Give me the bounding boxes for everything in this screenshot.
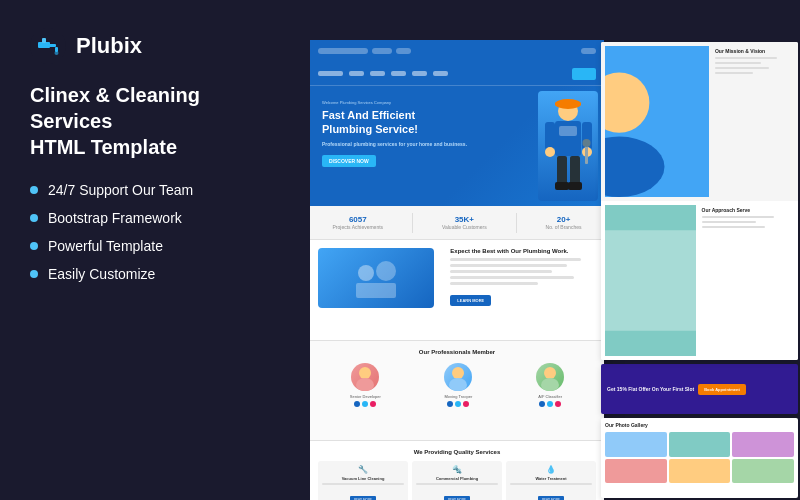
left-panel: Plubix Clinex & Cleaning Services HTML T…	[0, 0, 310, 500]
svg-rect-20	[568, 182, 582, 190]
content-right: Expect the Best with Our Plumbing Work. …	[442, 240, 604, 340]
info-line2	[715, 62, 761, 64]
service-btn-2[interactable]: READ MORE	[444, 496, 470, 500]
preview-topbar	[310, 40, 604, 62]
logo-title: Plubix	[76, 33, 142, 59]
svg-rect-11	[545, 122, 555, 150]
social-icon-8[interactable]	[547, 401, 553, 407]
team-member-1: Senior Developer	[350, 363, 381, 407]
services-grid: 🔧 Vacuum Line Cleaning READ MORE 🔩 Comme…	[318, 461, 596, 500]
approach-img	[605, 205, 695, 356]
svg-rect-4	[42, 38, 46, 43]
learn-more-btn[interactable]: LEARN MORE	[450, 295, 491, 306]
info-line4	[715, 72, 754, 74]
svg-rect-2	[48, 44, 56, 47]
hero-plumber-image	[538, 91, 598, 201]
svg-rect-17	[557, 156, 567, 186]
feature-item-3: Powerful Template	[30, 238, 280, 254]
promo-banner: Get 15% Flat Offer On Your First Slot Bo…	[601, 364, 798, 414]
promo-button[interactable]: Book Appointment	[698, 384, 746, 395]
text-line5	[450, 282, 537, 285]
avatar-1	[351, 363, 379, 391]
nav-cta-btn	[572, 68, 596, 80]
service-text-3	[510, 483, 592, 485]
social-icon-5[interactable]	[455, 401, 461, 407]
svg-point-5	[55, 51, 59, 55]
preview-navbar	[310, 62, 604, 86]
feature-item-4: Easily Customize	[30, 266, 280, 282]
service-card-3: 💧 Water Treatment READ MORE	[506, 461, 596, 500]
svg-point-28	[544, 367, 556, 379]
stat-divider2	[516, 213, 517, 233]
social-icon-1[interactable]	[354, 401, 360, 407]
mission-card-bottom: Our Approach Serve	[601, 201, 798, 360]
bullet-3	[30, 242, 38, 250]
preview-team-section: Our Professionals Member Senior Develope…	[310, 340, 604, 440]
social-icon-4[interactable]	[447, 401, 453, 407]
gallery-item-1	[605, 432, 667, 457]
svg-point-25	[356, 378, 374, 391]
bullet-1	[30, 186, 38, 194]
preview-content-section: Expect the Best with Our Plumbing Work. …	[310, 240, 604, 340]
svg-rect-34	[605, 230, 695, 331]
preview-services-section: We Providing Quality Services 🔧 Vacuum L…	[310, 440, 604, 500]
text-line4	[450, 276, 574, 279]
svg-rect-19	[555, 182, 569, 190]
bullet-2	[30, 214, 38, 222]
hero-title: Fast And Efficient Plumbing Service! Pro…	[322, 108, 471, 147]
svg-point-26	[452, 367, 464, 379]
nav-link4	[412, 71, 427, 76]
nav-link2	[370, 71, 385, 76]
preview-hero-section: Welcome Plumbing Services Company Fast A…	[310, 86, 604, 206]
approach-line2	[702, 221, 756, 223]
svg-rect-21	[356, 283, 396, 298]
gallery-item-5	[669, 459, 731, 484]
content-left	[310, 240, 442, 340]
gallery-item-2	[669, 432, 731, 457]
topbar-btn	[581, 48, 596, 54]
svg-rect-10	[559, 126, 577, 136]
service-btn-3[interactable]: READ MORE	[538, 496, 564, 500]
social-icon-3[interactable]	[370, 401, 376, 407]
svg-point-22	[358, 265, 374, 281]
team-member-2: Moving Trooper	[444, 363, 472, 407]
stat-customers: 35K+ Valuable Customers	[442, 215, 487, 230]
topbar-item	[372, 48, 392, 54]
nav-logo	[318, 71, 343, 76]
feature-item-2: Bootstrap Framework	[30, 210, 280, 226]
service-text-2	[416, 483, 498, 485]
preview-container: Welcome Plumbing Services Company Fast A…	[310, 40, 800, 500]
svg-point-27	[449, 378, 467, 391]
service-btn-1[interactable]: READ MORE	[350, 496, 376, 500]
stat-divider1	[412, 213, 413, 233]
svg-rect-8	[555, 102, 581, 106]
social-icon-9[interactable]	[555, 401, 561, 407]
gallery-card: Our Photo Gallery	[601, 418, 798, 498]
features-list: 24/7 Support Our Team Bootstrap Framewor…	[30, 182, 280, 282]
mission-card: Our Mission & Vision	[601, 42, 798, 360]
product-title: Clinex & Cleaning Services HTML Template	[30, 82, 280, 160]
gallery-item-3	[732, 432, 794, 457]
svg-point-13	[545, 147, 555, 157]
service-icon-2: 🔩	[416, 465, 498, 474]
right-preview-cards: Our Mission & Vision	[599, 40, 800, 500]
social-icon-6[interactable]	[463, 401, 469, 407]
main-website-preview: Welcome Plumbing Services Company Fast A…	[310, 40, 604, 500]
hero-cta-button[interactable]: DISCOVER NOW	[322, 155, 376, 167]
team-members: Senior Developer Moving Trooper	[318, 363, 596, 407]
nav-link5	[433, 71, 448, 76]
social-icon-2[interactable]	[362, 401, 368, 407]
gallery-grid	[601, 432, 798, 487]
stat-branches: 20+ No. of Branches	[546, 215, 582, 230]
approach-line3	[702, 226, 765, 228]
social-icon-7[interactable]	[539, 401, 545, 407]
approach-info: Our Approach Serve	[700, 205, 794, 356]
stat-projects: 6057 Projects Achievements	[332, 215, 383, 230]
service-card-2: 🔩 Commercial Plumbing READ MORE	[412, 461, 502, 500]
avatar-3	[536, 363, 564, 391]
approach-line1	[702, 216, 774, 218]
mission-card-top: Our Mission & Vision	[601, 42, 798, 201]
team-member-3: A/F Classifier	[536, 363, 564, 407]
logo-area: Plubix	[30, 28, 280, 64]
info-line1	[715, 57, 777, 59]
